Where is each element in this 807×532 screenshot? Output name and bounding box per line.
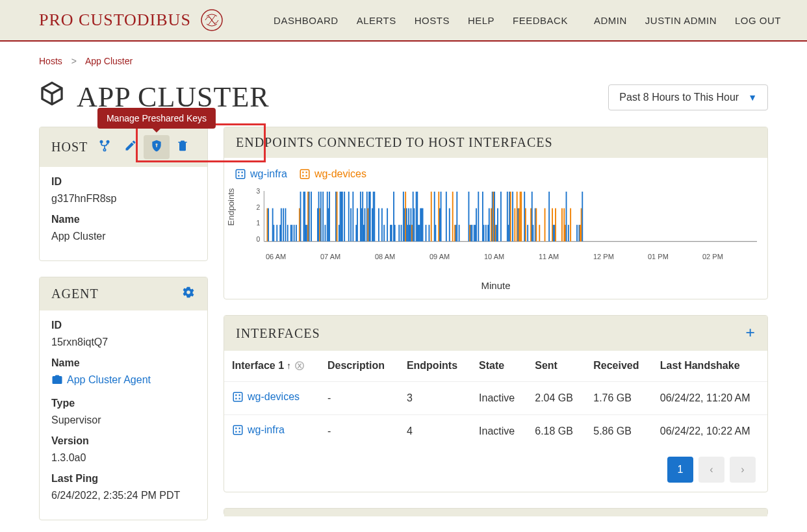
- topbar: PRO CUSTODIBUS DASHBOARD ALERTS HOSTS HE…: [0, 0, 807, 42]
- svg-rect-1: [236, 170, 245, 179]
- svg-rect-144: [517, 209, 519, 242]
- tooltip: Manage Preshared Keys: [97, 108, 216, 129]
- nav-user[interactable]: JUSTIN ADMIN: [645, 15, 717, 26]
- agent-name-value: App Cluster Agent: [67, 374, 151, 386]
- svg-rect-90: [410, 209, 411, 242]
- breadcrumb-root[interactable]: Hosts: [39, 56, 62, 66]
- agent-panel: AGENT ID 15rxn8iqtQ7 Name App Cluster Ag…: [39, 277, 208, 520]
- svg-rect-80: [394, 225, 396, 242]
- svg-rect-137: [507, 192, 508, 242]
- chevron-down-icon: ▼: [748, 92, 757, 103]
- host-id-value: g317hnFR8sp: [51, 193, 196, 205]
- brand-text: PRO CUSTODIBUS: [39, 10, 191, 30]
- interface-link[interactable]: wg-infra: [232, 424, 285, 436]
- host-id-label: ID: [51, 176, 196, 188]
- page-next-button[interactable]: ›: [730, 457, 756, 483]
- host-name-label: Name: [51, 214, 196, 225]
- breadcrumb-current[interactable]: App Cluster: [85, 56, 133, 66]
- clear-sort-icon[interactable]: ⓧ: [295, 361, 304, 371]
- svg-rect-132: [494, 192, 495, 242]
- agent-id-value: 15rxn8iqtQ7: [51, 336, 196, 348]
- nav-admin[interactable]: ADMIN: [594, 15, 627, 26]
- th-endpoints[interactable]: Endpoints: [399, 351, 471, 382]
- svg-rect-88: [408, 209, 409, 242]
- svg-text:1: 1: [256, 219, 260, 227]
- brand-mark-icon: [199, 7, 225, 33]
- add-interface-button[interactable]: +: [745, 323, 756, 343]
- endpoints-panel-head: ENDPOINTS CONNECTED TO HOST INTERFACES: [224, 127, 767, 158]
- svg-rect-35: [305, 225, 307, 242]
- th-interface[interactable]: Interface 1↑ⓧ: [224, 351, 320, 382]
- svg-rect-113: [455, 225, 457, 242]
- th-handshake[interactable]: Last Handshake: [652, 351, 767, 382]
- svg-rect-62: [361, 209, 363, 242]
- svg-rect-180: [235, 427, 237, 429]
- svg-rect-84: [404, 209, 405, 242]
- time-range-select[interactable]: Past 8 Hours to This Hour ▼: [608, 84, 768, 110]
- svg-rect-177: [235, 398, 237, 399]
- edit-button[interactable]: [118, 135, 144, 159]
- nav-help[interactable]: HELP: [468, 15, 494, 26]
- svg-rect-176: [239, 394, 240, 396]
- breadcrumb: Hosts > App Cluster: [39, 48, 768, 74]
- svg-rect-100: [422, 209, 424, 242]
- svg-rect-4: [238, 175, 239, 177]
- svg-rect-32: [300, 192, 301, 242]
- brand-logo[interactable]: PRO CUSTODIBUS: [39, 7, 225, 33]
- svg-rect-112: [454, 225, 455, 242]
- svg-rect-39: [311, 192, 312, 242]
- svg-rect-131: [493, 192, 494, 242]
- svg-rect-17: [266, 209, 268, 242]
- nav-dashboard[interactable]: DASHBOARD: [274, 15, 339, 26]
- svg-rect-152: [532, 192, 533, 242]
- svg-rect-52: [340, 192, 341, 242]
- svg-rect-55: [344, 192, 345, 242]
- agent-name-link[interactable]: App Cluster Agent: [51, 374, 151, 386]
- svg-rect-18: [268, 209, 269, 242]
- agent-lastping-value: 6/24/2022, 2:35:24 PM PDT: [51, 490, 196, 501]
- chart-svg: 3 2 1 0: [235, 185, 757, 250]
- agent-panel-title: AGENT: [51, 286, 99, 301]
- svg-rect-135: [497, 209, 498, 242]
- gear-icon[interactable]: [181, 285, 196, 303]
- svg-rect-122: [476, 209, 477, 242]
- nav-hosts[interactable]: HOSTS: [415, 15, 450, 26]
- svg-rect-31: [299, 209, 300, 242]
- th-received[interactable]: Received: [585, 351, 652, 382]
- nav-logout[interactable]: LOG OUT: [735, 15, 781, 26]
- svg-rect-41: [318, 192, 320, 242]
- page-prev-button[interactable]: ‹: [698, 457, 724, 483]
- th-description[interactable]: Description: [320, 351, 399, 382]
- svg-rect-175: [235, 394, 237, 396]
- delete-button[interactable]: [170, 135, 196, 159]
- legend-label-2: wg-devices: [314, 168, 366, 180]
- svg-rect-81: [398, 225, 400, 242]
- svg-rect-63: [362, 192, 363, 242]
- svg-rect-67: [368, 209, 369, 242]
- svg-rect-149: [525, 209, 526, 242]
- interface-link[interactable]: wg-devices: [232, 391, 300, 403]
- svg-rect-78: [391, 225, 392, 242]
- preshared-keys-button[interactable]: Manage Preshared Keys: [144, 135, 170, 159]
- svg-rect-82: [401, 225, 402, 242]
- legend-wg-devices[interactable]: wg-devices: [299, 168, 366, 180]
- svg-rect-85: [405, 192, 406, 242]
- svg-rect-130: [492, 192, 493, 242]
- th-state[interactable]: State: [471, 351, 527, 382]
- branch-button[interactable]: [92, 135, 118, 159]
- svg-rect-73: [378, 209, 379, 242]
- svg-rect-168: [570, 209, 571, 242]
- svg-rect-114: [456, 192, 457, 242]
- nav-alerts[interactable]: ALERTS: [357, 15, 396, 26]
- page-1-button[interactable]: 1: [667, 457, 693, 483]
- svg-rect-95: [416, 192, 418, 242]
- svg-text:2: 2: [256, 203, 260, 210]
- svg-rect-97: [419, 225, 420, 242]
- th-sent[interactable]: Sent: [527, 351, 585, 382]
- svg-rect-56: [348, 192, 350, 242]
- svg-rect-148: [524, 192, 525, 242]
- agent-name-label: Name: [51, 357, 196, 369]
- nav-feedback[interactable]: FEEDBACK: [513, 15, 568, 26]
- legend-wg-infra[interactable]: wg-infra: [235, 168, 287, 180]
- svg-rect-86: [406, 209, 407, 242]
